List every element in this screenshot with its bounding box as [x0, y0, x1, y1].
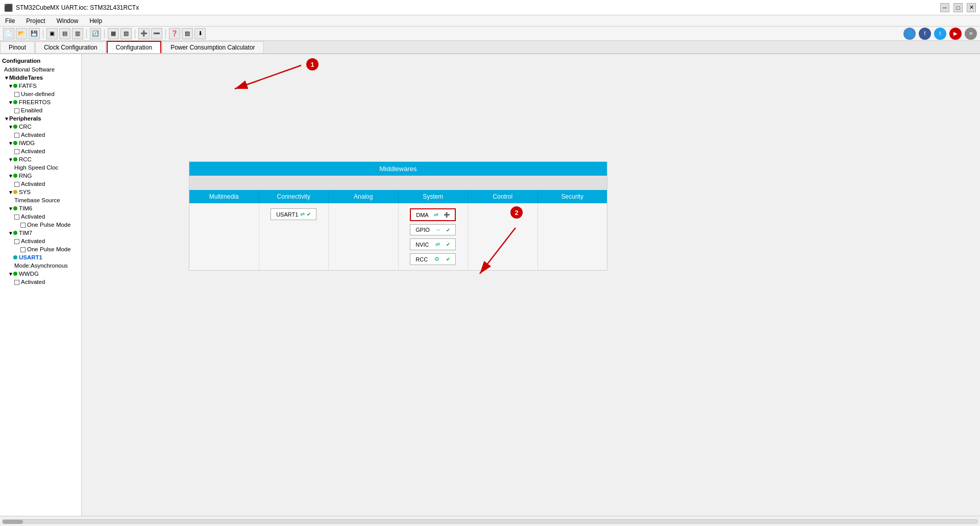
bottom-scrollbar: [0, 516, 980, 526]
menu-project[interactable]: Project: [24, 17, 47, 25]
tab-clock[interactable]: Clock Configuration: [35, 41, 106, 53]
toolbar-globe-icon[interactable]: 🌐: [903, 28, 916, 40]
sidebar-title: Configuration: [0, 56, 81, 65]
toolbar-twitter-icon[interactable]: t: [934, 28, 946, 40]
middlewares-subheader: [189, 176, 607, 190]
tab-power[interactable]: Power Consumption Calculator: [162, 41, 263, 53]
sidebar-middlewares[interactable]: ▼MiddleTares: [0, 74, 81, 82]
sidebar-tim7[interactable]: ▼TIM7: [0, 229, 81, 237]
toolbar-open[interactable]: 📂: [16, 28, 27, 39]
separator-3: [104, 29, 105, 38]
mw-tab-control[interactable]: Control: [468, 190, 538, 203]
system-dma-button[interactable]: DMA ⇌ ➕: [410, 208, 456, 221]
sidebar-fatfs-userdefined[interactable]: User-defined: [0, 90, 81, 98]
toolbar-btn-3[interactable]: ▥: [72, 28, 83, 39]
toolbar: 📄 📂 💾 ▣ ▤ ▥ 🔃 ▦ ▧ ➕ ➖ ❓ ▨ ⬇ 🌐 f t ▶ ✕: [0, 27, 980, 41]
sidebar-crc-activated[interactable]: Activated: [0, 131, 81, 139]
gpio-icon: →: [435, 227, 441, 233]
sidebar-peripherals[interactable]: ▼Peripherals: [0, 114, 81, 123]
close-button[interactable]: ✕: [967, 3, 976, 12]
sidebar-rcc[interactable]: ▼RCC: [0, 155, 81, 163]
sidebar: Configuration Additional Software ▼Middl…: [0, 54, 82, 516]
sidebar-usart1-mode: Mode:Asynchronous: [0, 261, 81, 270]
mw-tab-security[interactable]: Security: [538, 190, 607, 203]
sidebar-freertos-enabled[interactable]: Enabled: [0, 106, 81, 114]
toolbar-btn-2[interactable]: ▤: [59, 28, 70, 39]
toolbar-settings-icon[interactable]: ✕: [965, 28, 977, 40]
nvic-check-icon: ✔: [446, 242, 450, 247]
window-controls: ─ □ ✕: [940, 3, 976, 12]
mw-col-connectivity: USART1 ⇌ ✔: [259, 203, 329, 270]
sidebar-wwdg[interactable]: ▼WWDG: [0, 270, 81, 278]
toolbar-facebook-icon[interactable]: f: [919, 28, 931, 40]
menu-window[interactable]: Window: [55, 17, 81, 25]
separator-5: [165, 29, 166, 38]
mw-tab-multimedia[interactable]: Multimedia: [189, 190, 259, 203]
menu-bar: File Project Window Help: [0, 15, 980, 27]
rcc-check-icon: ✔: [446, 256, 450, 262]
sidebar-iwdg-activated[interactable]: Activated: [0, 147, 81, 155]
scroll-thumb[interactable]: [3, 520, 23, 524]
toolbar-remove[interactable]: ➖: [151, 28, 162, 39]
sidebar-tim7-activated[interactable]: Activated: [0, 237, 81, 245]
sidebar-additional-software[interactable]: Additional Software: [0, 65, 81, 74]
toolbar-new[interactable]: 📄: [3, 28, 14, 39]
sidebar-tim6-onepulse[interactable]: One Pulse Mode: [0, 221, 81, 229]
annotation-2: 2: [510, 206, 523, 219]
mw-tab-system[interactable]: System: [399, 190, 469, 203]
mw-col-security: [538, 203, 607, 270]
sidebar-iwdg[interactable]: ▼IWDG: [0, 139, 81, 147]
middlewares-header: Middlewares: [189, 162, 607, 176]
dma-label: DMA: [416, 212, 428, 218]
sidebar-usart1[interactable]: USART1: [0, 253, 81, 261]
minimize-button[interactable]: ─: [940, 3, 949, 12]
sidebar-rng[interactable]: ▼RNG: [0, 172, 81, 180]
toolbar-youtube-icon[interactable]: ▶: [949, 28, 962, 40]
scroll-track[interactable]: [2, 519, 978, 523]
system-nvic-button[interactable]: NVIC ⇌ ✔: [410, 238, 456, 250]
system-gpio-button[interactable]: GPIO → ✔: [410, 224, 456, 235]
title-left: ⬛ STM32CubeMX UART.ioc: STM32L431RCTx: [4, 4, 139, 12]
sidebar-wwdg-activated[interactable]: Activated: [0, 278, 81, 286]
mw-col-multimedia: [189, 203, 259, 270]
sidebar-fatfs[interactable]: ▼FATFS: [0, 82, 81, 90]
gpio-check-icon: ✔: [446, 227, 450, 233]
toolbar-refresh[interactable]: 🔃: [90, 28, 101, 39]
tab-configuration[interactable]: Configuration: [107, 41, 161, 53]
title-bar: ⬛ STM32CubeMX UART.ioc: STM32L431RCTx ─ …: [0, 0, 980, 15]
connectivity-usart1-button[interactable]: USART1 ⇌ ✔: [271, 208, 316, 220]
sidebar-rcc-highspeed: High Speed Cloc: [0, 163, 81, 172]
gpio-label: GPIO: [415, 227, 430, 233]
dma-plus-icon: ➕: [444, 212, 450, 218]
menu-file[interactable]: File: [3, 17, 17, 25]
sidebar-sys[interactable]: ▼SYS: [0, 188, 81, 196]
toolbar-btn-5[interactable]: ▧: [120, 28, 132, 39]
mw-tab-analog[interactable]: Analog: [329, 190, 399, 203]
maximize-button[interactable]: □: [953, 3, 963, 12]
rcc-icon: ⚙: [434, 256, 439, 262]
main-layout: Configuration Additional Software ▼Middl…: [0, 54, 980, 516]
sidebar-tim6[interactable]: ▼TIM6: [0, 204, 81, 212]
sidebar-crc[interactable]: ▼CRC: [0, 123, 81, 131]
menu-help[interactable]: Help: [87, 17, 104, 25]
mw-tab-connectivity[interactable]: Connectivity: [259, 190, 329, 203]
sidebar-tim7-onepulse[interactable]: One Pulse Mode: [0, 245, 81, 253]
toolbar-add[interactable]: ➕: [138, 28, 150, 39]
sidebar-rng-activated[interactable]: Activated: [0, 180, 81, 188]
system-rcc-button[interactable]: RCC ⚙ ✔: [410, 253, 456, 265]
toolbar-btn-6[interactable]: ▨: [182, 28, 193, 39]
mw-col-system: DMA ⇌ ➕ GPIO → ✔ NVIC ⇌ ✔: [399, 203, 469, 270]
toolbar-save[interactable]: 💾: [29, 28, 40, 39]
nvic-label: NVIC: [415, 242, 429, 248]
tab-pinout[interactable]: Pinout: [0, 41, 35, 53]
sidebar-tim6-activated[interactable]: Activated: [0, 212, 81, 221]
toolbar-download[interactable]: ⬇: [194, 28, 206, 39]
annotation-arrows: [82, 54, 980, 516]
middlewares-content: USART1 ⇌ ✔ DMA ⇌ ➕ GPIO →: [189, 203, 607, 270]
toolbar-help[interactable]: ❓: [169, 28, 180, 39]
toolbar-right: 🌐 f t ▶ ✕: [903, 28, 977, 40]
sidebar-freertos[interactable]: ▼FREERTOS: [0, 98, 81, 106]
toolbar-btn-1[interactable]: ▣: [46, 28, 58, 39]
annotation-1: 1: [306, 58, 318, 70]
toolbar-btn-4[interactable]: ▦: [108, 28, 119, 39]
